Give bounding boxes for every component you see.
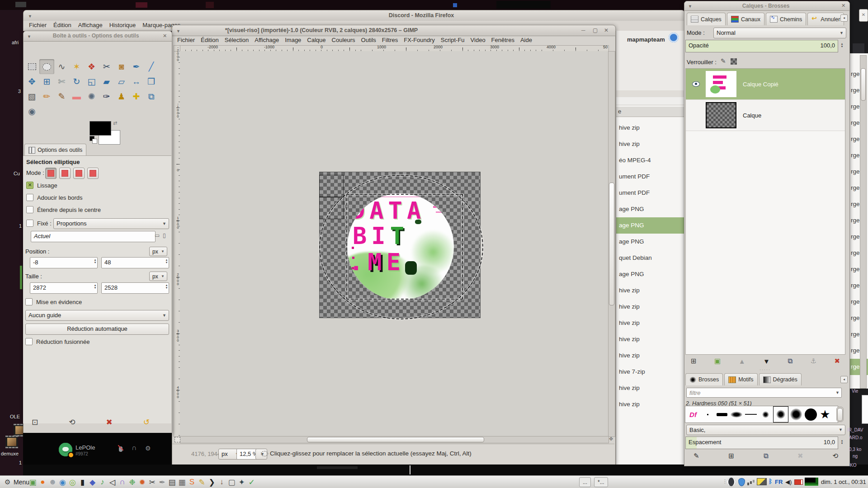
show-desktop[interactable]: ▣: [28, 477, 38, 488]
refresh-brushes-button[interactable]: ⟲: [832, 452, 838, 460]
brush-circle[interactable]: [804, 407, 817, 422]
lock-pixels-icon[interactable]: ✎: [721, 57, 726, 65]
visibility-eye-icon[interactable]: [692, 81, 700, 87]
gimp-menu-item[interactable]: Image: [285, 37, 301, 43]
taskbar-window-gimp[interactable]: *...: [594, 477, 608, 487]
tool-fuzzy-select[interactable]: ✶: [69, 59, 84, 74]
brush-tiny-dot[interactable]: [701, 407, 714, 422]
maximize-icon[interactable]: ▢: [593, 28, 598, 33]
volume-icon[interactable]: ◀): [785, 479, 792, 485]
stylus-app[interactable]: ✒: [157, 477, 167, 488]
firefox[interactable]: ●: [38, 477, 47, 488]
desktop-icon-label[interactable]: OLE: [10, 414, 20, 419]
window-shade-icon[interactable]: ▼: [176, 28, 180, 34]
zoom-value[interactable]: 12,5 %: [236, 449, 258, 460]
brush-filter-input[interactable]: filtre ▼: [686, 388, 842, 398]
tool-clone[interactable]: ♟: [114, 89, 129, 104]
desktop-icon-label[interactable]: demuxe: [1, 451, 19, 456]
network-signal-icon[interactable]: [747, 483, 749, 485]
video-editor[interactable]: ▮: [78, 477, 87, 488]
gimp-menu-item[interactable]: Édition: [201, 37, 219, 43]
film-strip-icon[interactable]: [5, 436, 18, 448]
duplicate-layer-button[interactable]: ⧉: [788, 357, 793, 365]
mode-add[interactable]: [59, 168, 71, 179]
right-scrollbar[interactable]: [860, 55, 867, 389]
display-tray-icon[interactable]: [757, 478, 767, 485]
feather-checkbox[interactable]: [26, 194, 33, 201]
notes-app[interactable]: ✎: [197, 477, 207, 488]
file-row[interactable]: hive zip: [616, 331, 684, 347]
file-row[interactable]: quet Debian: [616, 250, 684, 266]
file-row[interactable]: ument PDF: [616, 169, 684, 185]
brush-df[interactable]: Df: [686, 407, 700, 422]
file-row[interactable]: hive zip: [616, 380, 684, 396]
menu-gear-icon[interactable]: ⚙: [5, 478, 10, 486]
delete-layer-button[interactable]: ✖: [834, 357, 840, 365]
close-icon[interactable]: ✕: [163, 33, 167, 38]
size-height-spinner[interactable]: ▲▼: [164, 284, 170, 289]
file-row[interactable]: hive zip: [616, 315, 684, 331]
tool-color-picker[interactable]: ╱: [144, 59, 159, 74]
tool-shear[interactable]: ▰: [99, 74, 114, 89]
gimp-menu-item[interactable]: Script-Fu: [441, 37, 465, 43]
tool-heal[interactable]: ✚: [129, 89, 144, 104]
tool-ink[interactable]: ✑: [99, 89, 114, 104]
brush-soft-small[interactable]: [759, 407, 772, 422]
sphere-app[interactable]: ✦: [237, 477, 246, 488]
landscape-icon[interactable]: ▯: [163, 232, 166, 239]
clock[interactable]: dim. 1 oct., 00:31: [821, 479, 866, 485]
size-width-spinner[interactable]: ▲▼: [92, 284, 98, 289]
size-width-field[interactable]: 2872: [30, 282, 98, 294]
desktop-icon-label[interactable]: 1: [19, 223, 22, 229]
file-row[interactable]: hive zip: [616, 347, 684, 364]
tool-crop[interactable]: ✄: [54, 74, 69, 89]
spacing-slider[interactable]: Espacement 10,0: [685, 436, 838, 449]
new-brush-button[interactable]: ⊞: [728, 452, 734, 460]
brush-dock-tab[interactable]: Brosses: [685, 373, 723, 385]
brush-hardness-050[interactable]: [773, 406, 788, 422]
display-app[interactable]: ▢: [227, 477, 236, 488]
menu-button[interactable]: Menu: [14, 479, 29, 486]
lock-alpha-icon[interactable]: [731, 58, 737, 65]
new-layer-button[interactable]: ⊞: [691, 357, 697, 365]
toolbox-titlebar[interactable]: ▼ Boîte à outils - Options des outils ✕: [23, 31, 172, 42]
file-row[interactable]: hive zip: [616, 120, 684, 136]
size-height-field[interactable]: 2528: [101, 282, 169, 294]
dock-tab[interactable]: Annuler: [807, 13, 844, 25]
position-y-field[interactable]: 48: [101, 257, 169, 268]
tool-paintbrush[interactable]: ✎: [54, 89, 69, 104]
raise-layer-button[interactable]: ▲: [739, 357, 745, 365]
firefox-menu-item[interactable]: Fichier: [29, 22, 47, 28]
file-row[interactable]: hive zip: [616, 136, 684, 152]
portrait-icon[interactable]: ▭: [155, 232, 160, 239]
brush-soft-ellipse[interactable]: [730, 407, 743, 422]
mute-microphone-icon[interactable]: [119, 446, 123, 452]
file-row[interactable]: hive zip: [616, 396, 684, 413]
tool-gradient[interactable]: ▧: [24, 89, 39, 104]
brush-line[interactable]: [744, 407, 758, 422]
gimp-menu-item[interactable]: Calque: [307, 37, 326, 43]
Calque Copié[interactable]: Calque Copié: [686, 69, 845, 100]
radio-app[interactable]: ▤: [167, 477, 177, 488]
lower-layer-button[interactable]: ▼: [763, 357, 770, 365]
Calque[interactable]: Calque: [686, 100, 845, 131]
discord-tray-icon[interactable]: [727, 478, 736, 486]
fixed-dropdown[interactable]: Proportions▼: [53, 218, 169, 229]
close-icon[interactable]: ✕: [841, 3, 845, 8]
gimp-menu-item[interactable]: Outils: [361, 37, 376, 43]
restore-tool-options-button[interactable]: ⟲: [69, 418, 75, 427]
calculator[interactable]: ▦: [177, 477, 187, 488]
size-unit-dropdown[interactable]: px▼: [149, 272, 167, 281]
reset-tool-options-button[interactable]: ↺: [143, 418, 150, 427]
molecules-app[interactable]: ❉: [127, 477, 137, 488]
globe-icon[interactable]: [669, 33, 679, 42]
file-row[interactable]: age PNG: [616, 217, 684, 234]
merged-checkbox[interactable]: [25, 338, 33, 345]
gimp-menu-item[interactable]: Affichage: [255, 37, 279, 43]
gimp-titlebar[interactable]: ▼ *[visuel-riso] (importée)-1.0 (Couleur…: [172, 25, 616, 36]
clock-check-app[interactable]: ✓: [247, 477, 256, 488]
guide-dropdown[interactable]: Aucun guide▼: [25, 310, 169, 321]
foreground-color-swatch[interactable]: [90, 121, 111, 136]
firefox-menu-item[interactable]: Édition: [53, 22, 71, 28]
duplicate-brush-button[interactable]: ⧉: [764, 452, 769, 460]
